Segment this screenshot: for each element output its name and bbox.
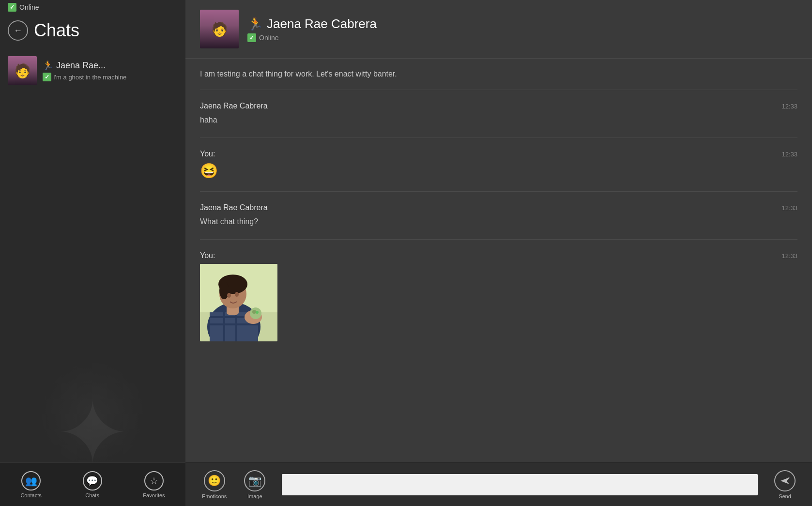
sidebar-watermark: ✦ [56, 390, 129, 477]
send-icon [774, 470, 796, 491]
message-header: You: 12:33 [200, 251, 797, 260]
message-time: 12:33 [781, 151, 797, 158]
message-input[interactable] [282, 474, 758, 495]
divider [200, 138, 797, 138]
message-header: Jaena Rae Cabrera 12:33 [200, 203, 797, 212]
list-item[interactable]: 🧑 🏃 Jaena Rae... I'm a ghost in the mach… [0, 51, 185, 90]
chat-messages: I am testing a chat thing for work. Let'… [185, 59, 812, 462]
message-time: 12:33 [781, 103, 797, 110]
chat-avatar-image: 🧑 [200, 10, 239, 48]
sidebar-item-favorites[interactable]: ☆ Favorites [143, 471, 165, 498]
divider [200, 239, 797, 240]
top-status-label: Online [19, 3, 39, 11]
message-header: Jaena Rae Cabrera 12:33 [200, 102, 797, 110]
svg-point-16 [252, 310, 256, 314]
message-time: 12:33 [781, 204, 797, 212]
table-row: Jaena Rae Cabrera 12:33 haha [200, 95, 797, 133]
contact-info: 🏃 Jaena Rae... I'm a ghost in the machin… [43, 60, 126, 81]
photo-svg [200, 264, 277, 341]
message-body: haha [200, 114, 797, 126]
message-header: You: 12:33 [200, 150, 797, 158]
chat-contact-avatar: 🧑 [200, 10, 239, 48]
camera-icon: 📷 [244, 470, 265, 491]
table-row: You: 12:33 😆 [200, 143, 797, 186]
chat-runner-icon: 🏃 [247, 16, 263, 31]
message-body: 😆 [200, 162, 797, 180]
svg-point-13 [235, 292, 239, 297]
sidebar-item-contacts[interactable]: 👥 Contacts [20, 471, 41, 498]
avatar-image: 🧑 [8, 56, 37, 85]
table-row: You: 12:33 [200, 245, 797, 348]
send-button[interactable]: Send [766, 470, 804, 499]
svg-point-17 [256, 311, 259, 314]
photo-attachment[interactable] [200, 264, 277, 341]
message-time: 12:33 [781, 252, 797, 260]
divider [200, 90, 797, 90]
top-status-bar: Online [0, 0, 185, 15]
svg-point-15 [250, 307, 261, 319]
chat-online-icon [247, 33, 256, 42]
avatar: 🧑 [8, 56, 37, 85]
message-sender: You: [200, 251, 215, 260]
chat-input-area: 🙂 Emoticons 📷 Image Send [185, 462, 812, 506]
contact-name: 🏃 Jaena Rae... [43, 60, 126, 71]
image-button[interactable]: 📷 Image [235, 470, 274, 499]
chat-contact-info: 🏃 Jaena Rae Cabrera Online [247, 16, 377, 42]
chat-contact-status: Online [247, 33, 377, 42]
message-body [200, 264, 797, 341]
message-body: What chat thing? [200, 216, 797, 228]
chat-header: 🧑 🏃 Jaena Rae Cabrera Online [185, 0, 812, 59]
favorites-icon: ☆ [144, 471, 164, 491]
runner-icon: 🏃 [43, 60, 53, 71]
divider [200, 191, 797, 192]
online-check-icon [8, 3, 16, 12]
back-button[interactable]: ← [8, 20, 28, 41]
message-sender: Jaena Rae Cabrera [200, 203, 268, 212]
chat-contact-name: 🏃 Jaena Rae Cabrera [247, 16, 377, 31]
sidebar: Online ← Chats 🧑 🏃 Jaena Rae... I'm a gh… [0, 0, 185, 506]
page-title: Chats [34, 20, 79, 41]
contacts-icon: 👥 [21, 471, 41, 491]
intro-message: I am testing a chat thing for work. Let'… [200, 68, 797, 80]
contact-status: I'm a ghost in the machine [43, 73, 126, 81]
table-row: Jaena Rae Cabrera 12:33 What chat thing? [200, 197, 797, 234]
message-sender: Jaena Rae Cabrera [200, 102, 268, 110]
message-sender: You: [200, 150, 215, 158]
sidebar-header: ← Chats [0, 15, 185, 46]
chat-area: 🧑 🏃 Jaena Rae Cabrera Online I am testin… [185, 0, 812, 506]
contact-online-icon [43, 73, 51, 81]
emoticons-icon: 🙂 [204, 470, 225, 491]
svg-point-12 [227, 293, 231, 298]
emoticons-button[interactable]: 🙂 Emoticons [193, 470, 235, 499]
